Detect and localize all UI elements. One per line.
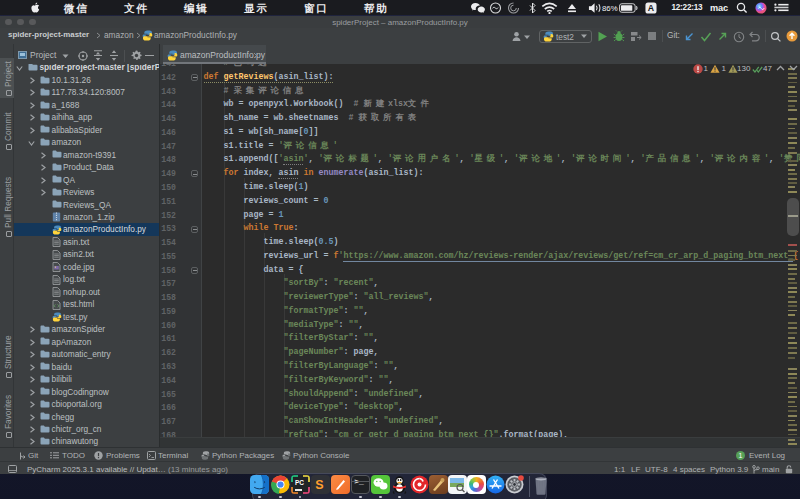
- svg-text:A: A: [648, 3, 655, 13]
